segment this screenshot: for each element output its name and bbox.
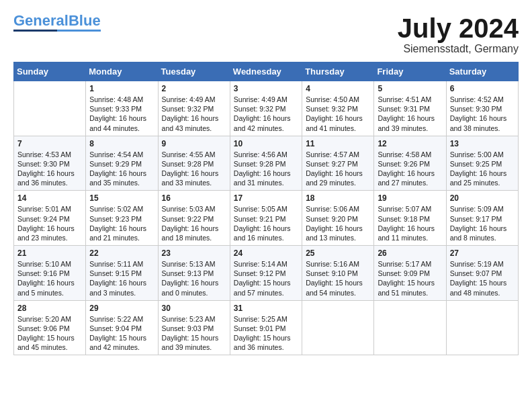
day-number: 27: [450, 248, 515, 258]
day-number: 2: [162, 84, 226, 93]
header-cell-saturday: Saturday: [446, 62, 518, 81]
day-info: and 23 minutes.: [17, 233, 82, 242]
header-cell-monday: Monday: [86, 62, 158, 81]
day-info: Daylight: 16 hours: [162, 224, 226, 233]
day-number: 30: [162, 304, 226, 313]
day-number: 31: [234, 304, 298, 313]
day-cell: 10Sunrise: 4:56 AMSunset: 9:28 PMDayligh…: [230, 136, 302, 191]
day-number: 1: [89, 84, 154, 93]
day-info: and 45 minutes.: [17, 342, 82, 352]
day-number: 12: [378, 139, 442, 148]
day-info: and 38 minutes.: [450, 124, 515, 133]
week-row-5: 28Sunrise: 5:20 AMSunset: 9:06 PMDayligh…: [14, 300, 519, 355]
day-info: Sunrise: 4:51 AM: [378, 95, 442, 104]
day-number: 9: [162, 139, 226, 148]
day-info: Sunset: 9:32 PM: [306, 104, 370, 113]
day-info: Sunrise: 4:50 AM: [306, 95, 370, 104]
day-number: 21: [17, 248, 82, 258]
day-cell: 20Sunrise: 5:09 AMSunset: 9:17 PMDayligh…: [446, 191, 518, 246]
day-cell: 29Sunrise: 5:22 AMSunset: 9:04 PMDayligh…: [86, 300, 158, 355]
day-info: Sunset: 9:13 PM: [162, 269, 226, 278]
day-info: Sunset: 9:32 PM: [162, 104, 226, 113]
day-cell: 16Sunrise: 5:03 AMSunset: 9:22 PMDayligh…: [158, 191, 230, 246]
day-info: Sunset: 9:24 PM: [17, 214, 82, 224]
day-info: Sunrise: 5:00 AM: [450, 150, 515, 159]
day-info: and 11 minutes.: [378, 233, 442, 242]
day-info: Sunset: 9:33 PM: [89, 104, 154, 113]
day-info: and 18 minutes.: [162, 233, 226, 242]
calendar-table: SundayMondayTuesdayWednesdayThursdayFrid…: [13, 62, 519, 355]
header-cell-wednesday: Wednesday: [230, 62, 302, 81]
day-cell: 27Sunrise: 5:19 AMSunset: 9:07 PMDayligh…: [446, 246, 518, 301]
day-info: Daylight: 15 hours: [17, 333, 82, 342]
day-info: Sunrise: 5:23 AM: [162, 314, 226, 324]
day-cell: 13Sunrise: 5:00 AMSunset: 9:25 PMDayligh…: [446, 136, 518, 191]
day-info: Sunrise: 5:06 AM: [306, 204, 370, 214]
day-info: Sunset: 9:17 PM: [450, 214, 515, 224]
day-cell: 23Sunrise: 5:13 AMSunset: 9:13 PMDayligh…: [158, 246, 230, 301]
day-info: Sunset: 9:01 PM: [234, 324, 298, 333]
day-info: and 43 minutes.: [162, 124, 226, 133]
day-info: Daylight: 16 hours: [306, 113, 370, 123]
day-info: Sunrise: 5:05 AM: [234, 204, 298, 214]
day-number: 13: [450, 139, 515, 148]
day-info: Daylight: 16 hours: [162, 113, 226, 123]
day-info: Sunset: 9:28 PM: [234, 159, 298, 169]
day-cell: 8Sunrise: 4:54 AMSunset: 9:29 PMDaylight…: [86, 136, 158, 191]
day-number: 15: [89, 193, 154, 203]
day-info: Daylight: 16 hours: [306, 169, 370, 178]
day-info: Sunrise: 5:01 AM: [17, 204, 82, 214]
day-number: 19: [378, 193, 442, 203]
day-info: Sunrise: 4:48 AM: [89, 95, 154, 104]
day-cell: 3Sunrise: 4:49 AMSunset: 9:32 PMDaylight…: [230, 81, 302, 136]
week-row-4: 21Sunrise: 5:10 AMSunset: 9:16 PMDayligh…: [14, 246, 519, 301]
day-info: Sunset: 9:25 PM: [450, 159, 515, 169]
day-cell: 1Sunrise: 4:48 AMSunset: 9:33 PMDaylight…: [86, 81, 158, 136]
day-info: Daylight: 16 hours: [378, 224, 442, 233]
day-info: Daylight: 15 hours: [234, 278, 298, 287]
day-cell: 17Sunrise: 5:05 AMSunset: 9:21 PMDayligh…: [230, 191, 302, 246]
day-info: Sunrise: 5:03 AM: [162, 204, 226, 214]
day-cell: [446, 300, 518, 355]
day-info: Sunset: 9:12 PM: [234, 269, 298, 278]
day-number: 14: [17, 193, 82, 203]
day-info: and 8 minutes.: [450, 233, 515, 242]
day-info: Daylight: 16 hours: [450, 113, 515, 123]
day-info: Sunset: 9:28 PM: [162, 159, 226, 169]
day-info: Sunrise: 5:02 AM: [89, 204, 154, 214]
day-info: Sunset: 9:22 PM: [162, 214, 226, 224]
day-number: 8: [89, 139, 154, 148]
day-number: 23: [162, 248, 226, 258]
day-info: Daylight: 16 hours: [306, 224, 370, 233]
day-info: Daylight: 16 hours: [234, 113, 298, 123]
day-info: Sunset: 9:06 PM: [17, 324, 82, 333]
day-info: Daylight: 16 hours: [89, 278, 154, 287]
title-section: July 2024 Siemensstadt, Germany: [398, 13, 519, 55]
day-number: 18: [306, 193, 370, 203]
day-info: Daylight: 15 hours: [162, 333, 226, 342]
day-info: Sunset: 9:26 PM: [378, 159, 442, 169]
day-number: 28: [17, 304, 82, 313]
day-info: Sunset: 9:15 PM: [89, 269, 154, 278]
day-info: Daylight: 15 hours: [450, 278, 515, 287]
calendar-header: SundayMondayTuesdayWednesdayThursdayFrid…: [14, 62, 519, 81]
day-info: Sunset: 9:03 PM: [162, 324, 226, 333]
logo-blue: Blue: [69, 12, 101, 29]
day-info: Sunset: 9:04 PM: [89, 324, 154, 333]
header-cell-friday: Friday: [374, 62, 446, 81]
day-info: and 5 minutes.: [17, 288, 82, 298]
day-info: Sunrise: 5:10 AM: [17, 259, 82, 269]
day-info: Daylight: 16 hours: [89, 169, 154, 178]
day-info: Sunrise: 5:25 AM: [234, 314, 298, 324]
day-info: Daylight: 15 hours: [234, 333, 298, 342]
day-cell: 30Sunrise: 5:23 AMSunset: 9:03 PMDayligh…: [158, 300, 230, 355]
day-number: 24: [234, 248, 298, 258]
calendar-body: 1Sunrise: 4:48 AMSunset: 9:33 PMDaylight…: [14, 81, 519, 355]
day-info: Sunrise: 5:11 AM: [89, 259, 154, 269]
day-cell: 19Sunrise: 5:07 AMSunset: 9:18 PMDayligh…: [374, 191, 446, 246]
day-cell: [374, 300, 446, 355]
day-number: 26: [378, 248, 442, 258]
header-cell-sunday: Sunday: [14, 62, 86, 81]
day-cell: 9Sunrise: 4:55 AMSunset: 9:28 PMDaylight…: [158, 136, 230, 191]
day-info: and 31 minutes.: [234, 178, 298, 187]
